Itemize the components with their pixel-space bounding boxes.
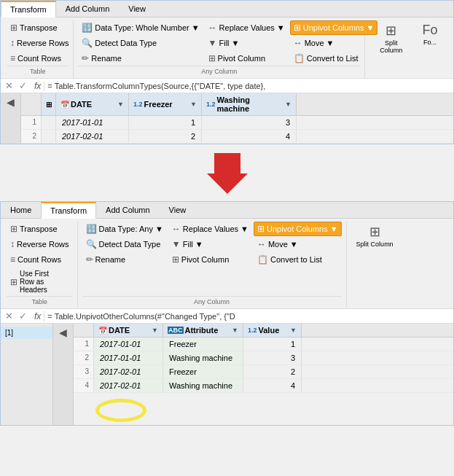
replace-values-button-bottom[interactable]: ↔ Replace Values ▼: [168, 222, 252, 236]
top-col-washing-dropdown[interactable]: ▼: [285, 101, 291, 108]
detect-data-type-button-bottom[interactable]: 🔍 Detect Data Type: [82, 237, 167, 251]
split-column-button-top[interactable]: ⊞ Split Column: [369, 20, 412, 57]
bottom-split-group: ⊞ Split Column: [348, 222, 403, 308]
pivot-column-button-bottom[interactable]: ⊞ Pivot Column: [168, 252, 252, 267]
top-any-col-left: 🔢 Data Type: Whole Number ▼ 🔍 Detect Dat…: [78, 20, 203, 66]
formula-fx-bottom: fx: [31, 311, 44, 321]
data-type-dropdown-top[interactable]: 🔢 Data Type: Whole Number ▼: [78, 20, 203, 35]
top-any-column-group: 🔢 Data Type: Whole Number ▼ 🔍 Detect Dat…: [75, 20, 365, 78]
rename-button-top[interactable]: ✏ Rename: [78, 51, 203, 66]
replace-values-button-top[interactable]: ↔ Replace Values ▼: [205, 20, 289, 35]
bottom-col-value[interactable]: 1.2 Value ▼: [243, 324, 302, 337]
unpivot-columns-button-bottom[interactable]: ⊞ Unpivot Columns ▼: [254, 222, 342, 236]
formula-input-bottom[interactable]: = Table.UnpivotOtherColumns(#"Changed Ty…: [47, 312, 450, 321]
tab-view-bottom[interactable]: View: [160, 202, 196, 218]
bottom-any-column-label: Any Column: [82, 296, 342, 305]
row-2-attribute-bottom: Washing machine: [163, 351, 243, 364]
top-split-content: ⊞ Split Column Fo Fo...: [369, 20, 446, 75]
row-2-freezer-top: 2: [129, 130, 202, 143]
left-nav-arrow-bottom: ◀: [59, 327, 67, 338]
move-arrow-bottom: ▼: [290, 240, 298, 249]
formula-fx-top: fx: [31, 81, 44, 91]
move-arrow: ▼: [326, 39, 334, 47]
row-4-date-bottom: 2017-02-01: [94, 379, 163, 392]
top-col-date[interactable]: 📅 DATE ▼: [56, 93, 129, 115]
formula-cancel-bottom[interactable]: ✕: [4, 311, 15, 321]
table-row: 2 2017-01-01 Washing machine 3: [74, 351, 453, 365]
bottom-col-attribute[interactable]: ABC Attribute ▼: [163, 324, 243, 337]
format-button-top[interactable]: Fo Fo...: [414, 20, 446, 49]
data-type-dropdown-bottom[interactable]: 🔢 Data Type: Any ▼: [82, 222, 167, 236]
bottom-left-nav[interactable]: ◀: [53, 324, 74, 425]
row-1-freezer-top: 1: [129, 116, 202, 129]
down-arrow-wrapper: [207, 153, 248, 194]
bottom-col-date[interactable]: 📅 DATE ▼: [94, 324, 163, 337]
top-col-date-dropdown[interactable]: ▼: [117, 101, 124, 108]
fill-arrow: ▼: [232, 39, 240, 47]
unpivot-icon-bottom: ⊞: [257, 224, 265, 234]
move-button-top[interactable]: ↔ Move ▼: [290, 36, 378, 50]
row-2-washing-top: 4: [202, 130, 297, 143]
bottom-col-attribute-dropdown[interactable]: ▼: [232, 327, 238, 334]
bottom-grid-header: 📅 DATE ▼ ABC Attribute ▼ 1.2 Value ▼: [74, 324, 453, 338]
top-col-date-label: DATE: [71, 100, 92, 109]
tab-add-column-bottom[interactable]: Add Column: [96, 202, 160, 218]
rename-button-bottom[interactable]: ✏ Rename: [82, 252, 167, 267]
split-icon-bottom: ⊞: [369, 224, 380, 240]
top-col-washing[interactable]: 1.2 Washing machine ▼: [202, 93, 297, 115]
reverse-rows-button-bottom[interactable]: ↕ Reverse Rows: [7, 237, 73, 251]
bottom-table-label: Table: [7, 296, 73, 305]
count-rows-button-bottom[interactable]: ≡ Count Rows: [7, 252, 73, 267]
fill-button-bottom[interactable]: ▼ Fill ▼: [168, 237, 252, 251]
bottom-split-content: ⊞ Split Column: [351, 222, 399, 305]
top-grid-area: ◀ ⊞ 📅 DATE ▼ 1.2 Freezer ▼: [1, 93, 453, 144]
formula-bar-top: ✕ ✓ fx = Table.TransformColumnTypes(Sour…: [1, 78, 453, 93]
tab-transform-bottom[interactable]: Transform: [41, 202, 96, 219]
top-grid-header: ⊞ 📅 DATE ▼ 1.2 Freezer ▼ 1.2 Washing mac…: [21, 93, 453, 116]
bottom-col-date-dropdown[interactable]: ▼: [152, 327, 158, 334]
row-2-date-top: 2017-02-01: [56, 130, 129, 143]
tab-add-column-top[interactable]: Add Column: [56, 1, 120, 17]
bottom-grid-container: 📅 DATE ▼ ABC Attribute ▼ 1.2 Value ▼ 1: [74, 324, 453, 425]
split-column-button-bottom[interactable]: ⊞ Split Column: [351, 222, 399, 251]
bottom-table-group-content: ⊞ Transpose ↕ Reverse Rows ≡ Count Rows …: [7, 222, 73, 296]
convert-to-list-button-bottom[interactable]: 📋 Convert to List: [254, 252, 342, 267]
query-panel: [1]: [1, 324, 53, 425]
bottom-any-col-right: ⊞ Unpivot Columns ▼ ↔ Move ▼ 📋 Convert t…: [254, 222, 342, 267]
pivot-column-button-top[interactable]: ⊞ Pivot Column: [205, 51, 289, 66]
transpose-icon: ⊞: [10, 23, 17, 33]
fill-button-top[interactable]: ▼ Fill ▼: [205, 36, 289, 50]
formula-confirm-bottom[interactable]: ✓: [17, 311, 28, 321]
formula-input-top[interactable]: = Table.TransformColumnTypes(Source,{{"D…: [47, 82, 450, 90]
row-1-date-top: 2017-01-01: [56, 116, 129, 129]
top-left-nav[interactable]: ◀: [1, 93, 21, 144]
convert-to-list-button-top[interactable]: 📋 Convert to List: [290, 51, 378, 66]
detect-data-type-button-top[interactable]: 🔍 Detect Data Type: [78, 36, 203, 50]
yellow-circle: [95, 399, 146, 422]
count-rows-button-top[interactable]: ≡ Count Rows: [7, 51, 73, 66]
formula-confirm-top[interactable]: ✓: [17, 80, 28, 91]
bottom-ribbon-tabs: Home Transform Add Column View: [1, 202, 453, 219]
value-type-icon: 1.2: [248, 327, 257, 334]
reverse-rows-button-top[interactable]: ↕ Reverse Rows: [7, 36, 73, 50]
attribute-type-icon: ABC: [168, 327, 184, 334]
formula-cancel-top[interactable]: ✕: [4, 80, 15, 91]
top-ribbon: ⊞ Transpose ↕ Reverse Rows ≡ Count Rows …: [1, 17, 453, 78]
top-split-group: ⊞ Split Column Fo Fo...: [367, 20, 450, 78]
transpose-button-top[interactable]: ⊞ Transpose: [7, 20, 73, 35]
unpivot-columns-button-top[interactable]: ⊞ Unpivot Columns ▼: [290, 20, 378, 35]
top-col-freezer-label: Freezer: [144, 100, 173, 109]
top-col-freezer-dropdown[interactable]: ▼: [190, 101, 197, 108]
tab-view-top[interactable]: View: [119, 1, 155, 17]
row-3-value-bottom: 2: [243, 365, 302, 378]
move-button-bottom[interactable]: ↔ Move ▼: [254, 237, 342, 251]
tab-transform-top[interactable]: Transform: [1, 1, 56, 17]
use-first-row-button[interactable]: ⊞ Use First Row as Headers: [7, 268, 73, 296]
table-row: 2 2017-02-01 2 4: [21, 130, 453, 144]
query-item[interactable]: [1]: [1, 327, 52, 339]
tab-home-bottom[interactable]: Home: [1, 202, 41, 218]
top-table-col: ⊞ Transpose ↕ Reverse Rows ≡ Count Rows: [7, 20, 73, 66]
transpose-button-bottom[interactable]: ⊞ Transpose: [7, 222, 73, 236]
top-col-freezer[interactable]: 1.2 Freezer ▼: [129, 93, 202, 115]
bottom-col-value-dropdown[interactable]: ▼: [290, 327, 297, 334]
